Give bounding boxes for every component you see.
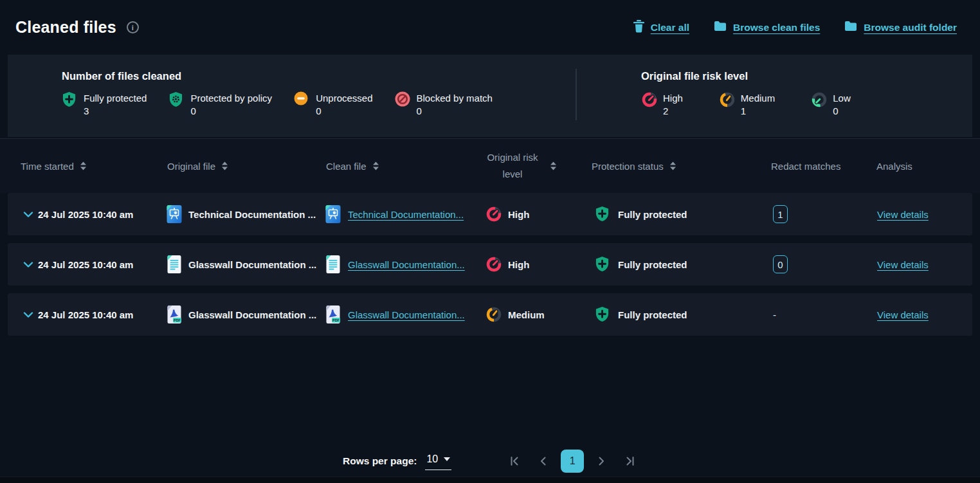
rows-per-page-select[interactable]: 10 xyxy=(425,452,451,470)
stat-risk-medium: Medium1 xyxy=(719,92,775,117)
stat-value: 0 xyxy=(316,105,372,117)
stat-label: Blocked by match xyxy=(417,92,493,104)
column-header-time-started[interactable]: Time started xyxy=(8,161,161,172)
column-label: Time started xyxy=(21,161,74,172)
stat-protected-by-policy: Protected by policy0 xyxy=(168,92,272,117)
cleaned-files-page: Cleaned files Clear all Browse clean fil… xyxy=(0,0,980,483)
protection-status-label: Fully protected xyxy=(618,259,687,270)
browse-clean-files-label: Browse clean files xyxy=(733,22,820,33)
sort-icon[interactable] xyxy=(80,161,87,170)
stat-label: Fully protected xyxy=(84,92,147,104)
top-actions: Clear all Browse clean files Browse audi… xyxy=(633,20,957,35)
time-started-value: 24 Jul 2025 10:40 am xyxy=(38,209,133,220)
last-page-button[interactable] xyxy=(619,450,642,473)
clear-all-label: Clear all xyxy=(651,22,689,33)
footer-strip xyxy=(0,477,980,483)
caret-down-icon xyxy=(444,457,450,461)
stat-value: 0 xyxy=(190,105,272,117)
table-header: Time started Original file Clean file Or… xyxy=(0,139,980,193)
column-header-clean-file[interactable]: Clean file xyxy=(320,161,478,172)
redact-matches-badge: 0 xyxy=(773,255,788,273)
column-header-original-file[interactable]: Original file xyxy=(161,161,320,172)
rows-per-page-value: 10 xyxy=(426,453,438,465)
stat-risk-low: Low0 xyxy=(811,92,851,117)
risk-level-title: Original file risk level xyxy=(641,70,887,82)
original-file-icon xyxy=(166,255,183,274)
redact-matches-badge: - xyxy=(773,305,776,324)
gauge-medium-icon xyxy=(719,91,736,108)
sort-icon[interactable] xyxy=(669,161,676,170)
stat-label: High xyxy=(663,92,683,104)
top-bar: Cleaned files Clear all Browse clean fil… xyxy=(0,0,980,55)
shield-plus-icon xyxy=(62,91,78,108)
shield-gear-icon xyxy=(168,91,185,108)
clean-file-icon: PDF xyxy=(325,305,341,324)
stat-risk-high: High2 xyxy=(641,92,683,117)
view-details-link[interactable]: View details xyxy=(877,309,929,320)
column-label: Original file xyxy=(167,161,215,172)
rows-per-page-label: Rows per page: xyxy=(343,455,417,467)
time-started-value: 24 Jul 2025 10:40 am xyxy=(38,259,133,270)
column-label: Original risk level xyxy=(484,149,541,183)
column-header-analysis: Analysis xyxy=(842,161,972,172)
risk-gauge-icon xyxy=(485,256,502,273)
risk-label: Medium xyxy=(508,309,545,320)
info-icon[interactable] xyxy=(127,21,139,33)
protection-status-label: Fully protected xyxy=(618,209,687,220)
pager: 1 xyxy=(503,450,642,473)
clear-all-button[interactable]: Clear all xyxy=(633,20,689,35)
time-started-value: 24 Jul 2025 10:40 am xyxy=(38,309,133,320)
chevron-down-icon[interactable] xyxy=(23,262,33,268)
column-label: Analysis xyxy=(876,161,912,172)
column-label: Redact matches xyxy=(771,161,840,172)
svg-text:PDF: PDF xyxy=(174,318,181,322)
minus-circle-icon xyxy=(294,91,311,108)
table-row: 24 Jul 2025 10:40 am PDF Glasswall Docum… xyxy=(8,293,972,336)
table-body: 24 Jul 2025 10:40 am Technical Documenta… xyxy=(0,193,980,336)
shield-plus-icon xyxy=(595,256,612,273)
stat-unprocessed: Unprocessed0 xyxy=(294,92,372,117)
pagination-bar: Rows per page: 10 1 xyxy=(343,446,642,476)
shield-plus-icon xyxy=(595,206,612,223)
sort-icon[interactable] xyxy=(550,161,557,170)
original-file-icon: PDF xyxy=(166,305,183,324)
browse-clean-files-button[interactable]: Browse clean files xyxy=(714,21,820,34)
current-page-button[interactable]: 1 xyxy=(561,450,584,473)
browse-audit-folder-button[interactable]: Browse audit folder xyxy=(844,21,957,34)
column-header-original-risk-level[interactable]: Original risk level xyxy=(478,149,563,183)
blocked-circle-icon xyxy=(395,91,412,108)
column-header-protection-status[interactable]: Protection status xyxy=(563,161,736,172)
view-details-link[interactable]: View details xyxy=(877,209,929,220)
trash-icon xyxy=(633,20,644,35)
sort-icon[interactable] xyxy=(221,161,228,170)
stat-value: 0 xyxy=(833,105,851,117)
view-details-link[interactable]: View details xyxy=(877,259,929,270)
clean-file-icon xyxy=(325,255,341,274)
column-label: Clean file xyxy=(326,161,367,172)
original-file-name: Technical Documentation ... xyxy=(188,209,316,220)
chevron-down-icon[interactable] xyxy=(23,312,33,318)
stat-label: Unprocessed xyxy=(316,92,372,104)
stat-label: Low xyxy=(833,92,851,104)
protection-status-label: Fully protected xyxy=(618,309,687,320)
vertical-divider xyxy=(576,69,577,120)
previous-page-button[interactable] xyxy=(532,450,555,473)
stat-blocked-by-match: Blocked by match0 xyxy=(395,92,493,117)
column-header-redact-matches: Redact matches xyxy=(736,161,842,172)
shield-plus-icon xyxy=(595,306,612,323)
stat-label: Medium xyxy=(741,92,775,104)
risk-gauge-icon xyxy=(485,206,502,223)
clean-file-link[interactable]: Glasswall Documentation... xyxy=(348,309,465,320)
sort-icon[interactable] xyxy=(372,161,379,170)
svg-text:PDF: PDF xyxy=(332,318,340,322)
column-label: Protection status xyxy=(592,161,664,172)
clean-file-link[interactable]: Technical Documentation... xyxy=(348,209,464,220)
clean-file-link[interactable]: Glasswall Documentation... xyxy=(348,259,465,270)
first-page-button[interactable] xyxy=(503,450,526,473)
stat-value: 3 xyxy=(84,105,147,117)
stat-value: 2 xyxy=(663,105,683,117)
original-file-name: Glasswall Documentation ... xyxy=(188,259,316,270)
chevron-down-icon[interactable] xyxy=(23,212,33,218)
page-title: Cleaned files xyxy=(15,18,116,37)
next-page-button[interactable] xyxy=(590,450,613,473)
